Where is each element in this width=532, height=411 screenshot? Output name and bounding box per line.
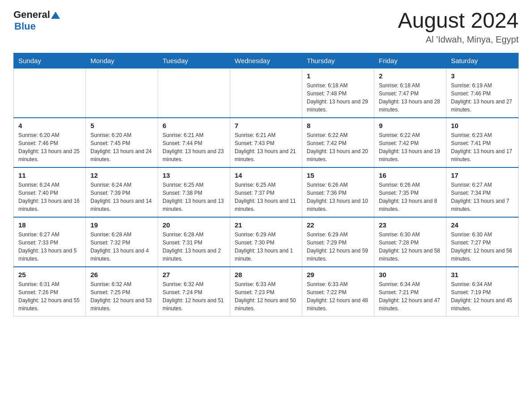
header-wednesday: Wednesday <box>230 53 302 68</box>
day-info: Sunrise: 6:32 AMSunset: 7:25 PMDaylight:… <box>90 280 153 313</box>
day-cell: 2Sunrise: 6:18 AMSunset: 7:47 PMDaylight… <box>374 68 446 118</box>
day-cell: 11Sunrise: 6:24 AMSunset: 7:40 PMDayligh… <box>14 167 86 217</box>
day-info: Sunrise: 6:33 AMSunset: 7:22 PMDaylight:… <box>307 280 369 313</box>
day-info: Sunrise: 6:34 AMSunset: 7:19 PMDaylight:… <box>451 280 514 313</box>
header-thursday: Thursday <box>302 53 374 68</box>
title-area: August 2024 Al 'Idwah, Minya, Egypt <box>398 9 519 45</box>
week-row-3: 11Sunrise: 6:24 AMSunset: 7:40 PMDayligh… <box>14 167 519 217</box>
day-cell: 20Sunrise: 6:28 AMSunset: 7:31 PMDayligh… <box>158 217 230 267</box>
page-subtitle: Al 'Idwah, Minya, Egypt <box>398 34 519 45</box>
day-info: Sunrise: 6:27 AMSunset: 7:33 PMDaylight:… <box>18 231 81 263</box>
header-saturday: Saturday <box>446 53 519 68</box>
header-monday: Monday <box>86 53 158 68</box>
header-friday: Friday <box>374 53 446 68</box>
day-number: 23 <box>379 221 442 229</box>
day-cell: 30Sunrise: 6:34 AMSunset: 7:21 PMDayligh… <box>374 267 446 317</box>
day-number: 4 <box>18 122 81 129</box>
logo: General Blue <box>13 9 60 32</box>
day-number: 5 <box>90 122 153 129</box>
day-number: 27 <box>163 271 225 278</box>
day-cell <box>86 68 158 118</box>
calendar-header: SundayMondayTuesdayWednesdayThursdayFrid… <box>14 53 519 68</box>
week-row-5: 25Sunrise: 6:31 AMSunset: 7:26 PMDayligh… <box>14 267 519 317</box>
day-info: Sunrise: 6:27 AMSunset: 7:34 PMDaylight:… <box>451 181 514 213</box>
day-cell: 7Sunrise: 6:21 AMSunset: 7:43 PMDaylight… <box>230 118 302 167</box>
day-number: 12 <box>90 171 153 179</box>
calendar-table: SundayMondayTuesdayWednesdayThursdayFrid… <box>13 53 519 317</box>
day-cell: 16Sunrise: 6:26 AMSunset: 7:35 PMDayligh… <box>374 167 446 217</box>
day-info: Sunrise: 6:19 AMSunset: 7:46 PMDaylight:… <box>451 81 514 114</box>
day-cell: 29Sunrise: 6:33 AMSunset: 7:22 PMDayligh… <box>302 267 374 317</box>
day-cell: 12Sunrise: 6:24 AMSunset: 7:39 PMDayligh… <box>86 167 158 217</box>
day-number: 10 <box>451 122 514 129</box>
day-cell: 3Sunrise: 6:19 AMSunset: 7:46 PMDaylight… <box>446 68 519 118</box>
day-cell: 8Sunrise: 6:22 AMSunset: 7:42 PMDaylight… <box>302 118 374 167</box>
day-number: 28 <box>235 271 297 278</box>
day-cell: 9Sunrise: 6:22 AMSunset: 7:42 PMDaylight… <box>374 118 446 167</box>
day-cell: 10Sunrise: 6:23 AMSunset: 7:41 PMDayligh… <box>446 118 519 167</box>
day-info: Sunrise: 6:29 AMSunset: 7:30 PMDaylight:… <box>235 231 297 263</box>
day-cell: 14Sunrise: 6:25 AMSunset: 7:37 PMDayligh… <box>230 167 302 217</box>
week-row-2: 4Sunrise: 6:20 AMSunset: 7:46 PMDaylight… <box>14 118 519 167</box>
day-cell: 1Sunrise: 6:18 AMSunset: 7:48 PMDaylight… <box>302 68 374 118</box>
day-number: 15 <box>307 171 369 179</box>
day-info: Sunrise: 6:23 AMSunset: 7:41 PMDaylight:… <box>451 131 514 163</box>
day-cell <box>14 68 86 118</box>
day-number: 19 <box>90 221 153 229</box>
day-info: Sunrise: 6:20 AMSunset: 7:45 PMDaylight:… <box>90 131 153 163</box>
logo-triangle-up <box>51 12 60 19</box>
day-number: 16 <box>379 171 442 179</box>
day-info: Sunrise: 6:34 AMSunset: 7:21 PMDaylight:… <box>379 280 442 313</box>
day-number: 1 <box>307 72 369 80</box>
day-number: 7 <box>235 122 297 129</box>
calendar-body: 1Sunrise: 6:18 AMSunset: 7:48 PMDaylight… <box>14 68 519 316</box>
logo-general: General <box>13 9 50 21</box>
day-info: Sunrise: 6:28 AMSunset: 7:31 PMDaylight:… <box>163 231 225 263</box>
day-number: 18 <box>18 221 81 229</box>
day-cell: 19Sunrise: 6:28 AMSunset: 7:32 PMDayligh… <box>86 217 158 267</box>
day-info: Sunrise: 6:25 AMSunset: 7:37 PMDaylight:… <box>235 181 297 213</box>
day-number: 11 <box>18 171 81 179</box>
day-info: Sunrise: 6:18 AMSunset: 7:47 PMDaylight:… <box>379 81 442 114</box>
day-number: 17 <box>451 171 514 179</box>
day-info: Sunrise: 6:30 AMSunset: 7:27 PMDaylight:… <box>451 231 514 263</box>
day-cell: 25Sunrise: 6:31 AMSunset: 7:26 PMDayligh… <box>14 267 86 317</box>
day-cell: 5Sunrise: 6:20 AMSunset: 7:45 PMDaylight… <box>86 118 158 167</box>
day-cell: 13Sunrise: 6:25 AMSunset: 7:38 PMDayligh… <box>158 167 230 217</box>
day-cell: 21Sunrise: 6:29 AMSunset: 7:30 PMDayligh… <box>230 217 302 267</box>
day-number: 2 <box>379 72 442 80</box>
day-info: Sunrise: 6:24 AMSunset: 7:39 PMDaylight:… <box>90 181 153 213</box>
day-info: Sunrise: 6:24 AMSunset: 7:40 PMDaylight:… <box>18 181 81 213</box>
day-number: 26 <box>90 271 153 278</box>
header-tuesday: Tuesday <box>158 53 230 68</box>
day-info: Sunrise: 6:21 AMSunset: 7:43 PMDaylight:… <box>235 131 297 163</box>
day-info: Sunrise: 6:32 AMSunset: 7:24 PMDaylight:… <box>163 280 225 313</box>
day-info: Sunrise: 6:22 AMSunset: 7:42 PMDaylight:… <box>307 131 369 163</box>
day-number: 13 <box>163 171 225 179</box>
day-info: Sunrise: 6:26 AMSunset: 7:35 PMDaylight:… <box>379 181 442 213</box>
week-row-4: 18Sunrise: 6:27 AMSunset: 7:33 PMDayligh… <box>14 217 519 267</box>
day-number: 24 <box>451 221 514 229</box>
day-number: 31 <box>451 271 514 278</box>
day-cell <box>230 68 302 118</box>
day-cell: 4Sunrise: 6:20 AMSunset: 7:46 PMDaylight… <box>14 118 86 167</box>
header-row: SundayMondayTuesdayWednesdayThursdayFrid… <box>14 53 519 68</box>
day-info: Sunrise: 6:25 AMSunset: 7:38 PMDaylight:… <box>163 181 225 213</box>
week-row-1: 1Sunrise: 6:18 AMSunset: 7:48 PMDaylight… <box>14 68 519 118</box>
day-number: 20 <box>163 221 225 229</box>
day-cell <box>158 68 230 118</box>
day-cell: 31Sunrise: 6:34 AMSunset: 7:19 PMDayligh… <box>446 267 519 317</box>
day-info: Sunrise: 6:29 AMSunset: 7:29 PMDaylight:… <box>307 231 369 263</box>
day-info: Sunrise: 6:31 AMSunset: 7:26 PMDaylight:… <box>18 280 81 313</box>
day-number: 3 <box>451 72 514 80</box>
day-cell: 17Sunrise: 6:27 AMSunset: 7:34 PMDayligh… <box>446 167 519 217</box>
day-info: Sunrise: 6:30 AMSunset: 7:28 PMDaylight:… <box>379 231 442 263</box>
day-info: Sunrise: 6:20 AMSunset: 7:46 PMDaylight:… <box>18 131 81 163</box>
day-info: Sunrise: 6:28 AMSunset: 7:32 PMDaylight:… <box>90 231 153 263</box>
day-number: 9 <box>379 122 442 129</box>
day-number: 8 <box>307 122 369 129</box>
day-info: Sunrise: 6:22 AMSunset: 7:42 PMDaylight:… <box>379 131 442 163</box>
day-number: 14 <box>235 171 297 179</box>
day-info: Sunrise: 6:26 AMSunset: 7:36 PMDaylight:… <box>307 181 369 213</box>
day-cell: 26Sunrise: 6:32 AMSunset: 7:25 PMDayligh… <box>86 267 158 317</box>
